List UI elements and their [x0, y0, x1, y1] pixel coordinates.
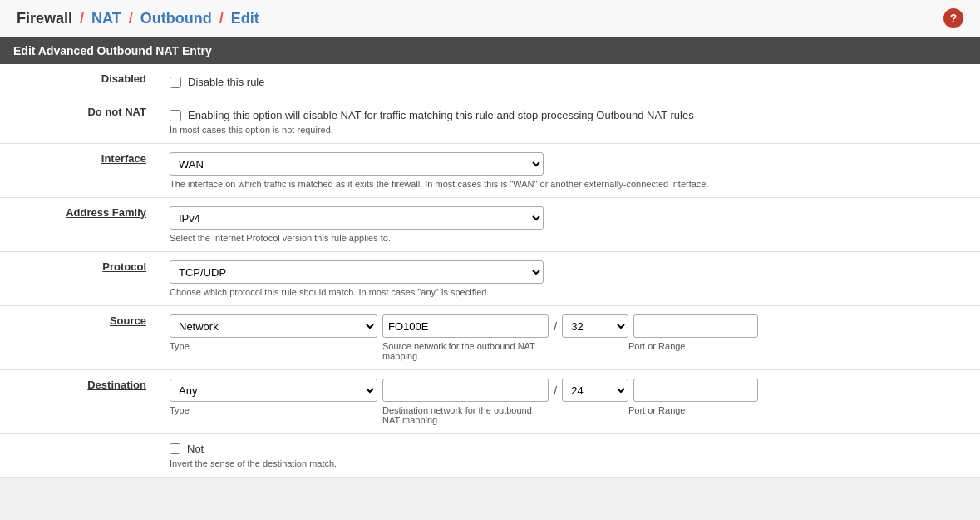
destination-type-sublabel: Type [170, 405, 377, 425]
sep2: / [125, 10, 133, 27]
source-cidr-select[interactable]: 8 16 24 32 [562, 314, 628, 338]
address-family-select[interactable]: IPv4 IPv6 IPv4+IPv6 [170, 206, 544, 230]
address-family-label[interactable]: Address Family [66, 206, 146, 219]
section-title: Edit Advanced Outbound NAT Entry [13, 44, 212, 57]
not-row: Not Invert the sense of the destination … [0, 434, 980, 478]
source-controls: Network Any LAN subnet WAN subnet / 8 16… [170, 314, 968, 338]
source-type-sublabel: Type [170, 341, 377, 361]
destination-slash: / [554, 384, 557, 398]
breadcrumb-nat[interactable]: NAT [91, 10, 121, 27]
sep3: / [215, 10, 224, 27]
source-port-input[interactable] [633, 314, 758, 338]
destination-label[interactable]: Destination [87, 379, 146, 391]
source-network-sublabel: Source network for the outbound NAT mapp… [382, 341, 549, 361]
header: Firewall / NAT / Outbound / Edit ? [0, 0, 980, 37]
source-row: Source Network Any LAN subnet WAN subnet… [0, 306, 980, 370]
destination-network-input[interactable] [382, 379, 549, 402]
interface-select[interactable]: WAN LAN OPT1 [170, 152, 544, 176]
source-slash: / [554, 319, 557, 334]
not-help: Invert the sense of the destination matc… [170, 458, 968, 468]
disable-rule-container: Disable this rule [170, 72, 968, 88]
address-family-row: Address Family IPv4 IPv6 IPv4+IPv6 Selec… [0, 198, 980, 252]
do-not-nat-label: Do not NAT [87, 106, 146, 118]
destination-port-sublabel: Port or Range [628, 405, 685, 425]
disabled-row: Disabled Disable this rule [0, 64, 980, 97]
destination-row: Destination Any Network LAN subnet WAN s… [0, 370, 980, 434]
do-not-nat-container: Enabling this option will disable NAT fo… [170, 106, 968, 121]
section-header: Edit Advanced Outbound NAT Entry [0, 37, 980, 64]
help-icon[interactable]: ? [943, 8, 963, 28]
destination-type-select[interactable]: Any Network LAN subnet WAN subnet [170, 379, 377, 402]
sep1: / [76, 10, 84, 27]
protocol-select[interactable]: TCP/UDP TCP UDP ICMP any [170, 260, 544, 284]
protocol-help: Choose which protocol this rule should m… [170, 287, 968, 297]
interface-row: Interface WAN LAN OPT1 The interface on … [0, 144, 980, 198]
source-network-input[interactable] [382, 314, 549, 338]
destination-cidr-select[interactable]: 8 16 24 32 [562, 379, 628, 402]
address-family-help: Select the Internet Protocol version thi… [170, 233, 968, 243]
do-not-nat-checkbox-label: Enabling this option will disable NAT fo… [188, 109, 694, 121]
disable-rule-checkbox[interactable] [170, 77, 181, 88]
do-not-nat-row: Do not NAT Enabling this option will dis… [0, 97, 980, 144]
protocol-row: Protocol TCP/UDP TCP UDP ICMP any Choose… [0, 252, 980, 306]
not-checkbox-label: Not [187, 443, 204, 455]
protocol-label[interactable]: Protocol [102, 260, 146, 273]
breadcrumb-edit[interactable]: Edit [231, 10, 259, 27]
destination-sub-labels: Type Destination network for the outboun… [170, 405, 968, 425]
source-port-sublabel: Port or Range [628, 341, 685, 361]
disabled-label: Disabled [101, 72, 146, 85]
source-type-select[interactable]: Network Any LAN subnet WAN subnet [170, 314, 377, 338]
interface-help: The interface on which traffic is matche… [170, 179, 968, 189]
disable-rule-label: Disable this rule [188, 76, 265, 88]
destination-network-sublabel: Destination network for the outbound NAT… [382, 405, 549, 425]
form-table: Disabled Disable this rule Do not NAT En… [0, 64, 980, 478]
breadcrumb: Firewall / NAT / Outbound / Edit [17, 10, 259, 27]
do-not-nat-help: In most cases this option is not require… [170, 125, 968, 135]
source-label[interactable]: Source [110, 314, 146, 327]
source-sub-labels: Type Source network for the outbound NAT… [170, 341, 968, 361]
breadcrumb-firewall: Firewall [17, 10, 72, 27]
do-not-nat-checkbox[interactable] [170, 110, 181, 121]
not-container: Not [170, 443, 968, 455]
breadcrumb-outbound[interactable]: Outbound [140, 10, 212, 27]
not-checkbox[interactable] [170, 443, 180, 454]
interface-label[interactable]: Interface [101, 152, 146, 165]
destination-controls: Any Network LAN subnet WAN subnet / 8 16… [170, 379, 968, 402]
destination-port-input[interactable] [633, 379, 758, 402]
